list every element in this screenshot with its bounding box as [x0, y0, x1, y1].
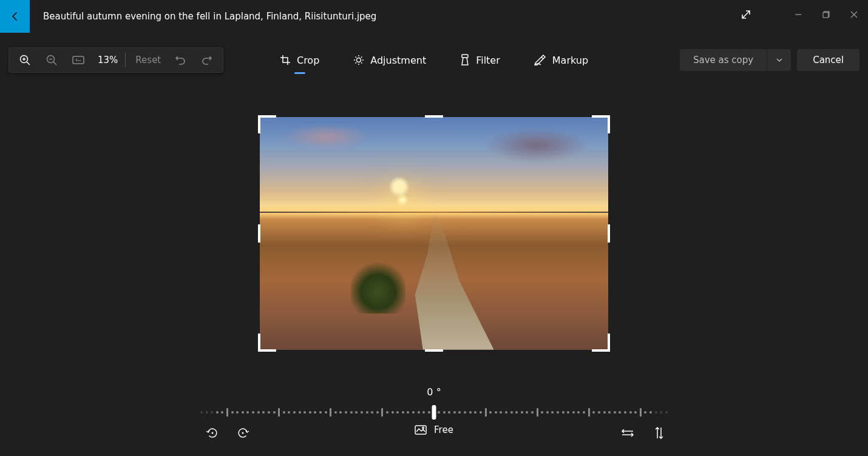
rotation-tick — [339, 411, 342, 414]
rotation-tick — [211, 411, 213, 414]
reset-button[interactable]: Reset — [127, 55, 167, 65]
redo-button[interactable] — [194, 48, 220, 72]
rotate-cw-button[interactable] — [234, 424, 251, 441]
rotation-tick — [614, 411, 616, 414]
rotation-tick — [592, 411, 595, 414]
crop-icon — [280, 55, 291, 65]
filter-icon — [460, 54, 470, 66]
rotation-tick — [495, 411, 497, 414]
aspect-label: Free — [434, 424, 453, 435]
rotation-tick — [443, 411, 446, 414]
save-as-copy-button[interactable]: Save as copy — [680, 49, 767, 71]
rotation-tick — [396, 411, 399, 414]
tab-adjustment[interactable]: Adjustment — [353, 47, 426, 73]
rotation-tick — [629, 411, 632, 414]
zoom-percent[interactable]: 13% — [92, 55, 124, 65]
rotation-tick — [438, 411, 440, 414]
rotation-tick — [577, 411, 580, 414]
rotation-tick — [283, 411, 285, 414]
rotation-tick — [422, 411, 425, 414]
rotation-slider[interactable] — [200, 405, 668, 420]
rotation-tick — [464, 411, 466, 414]
canvas-area — [0, 103, 868, 364]
rotation-tick — [510, 411, 513, 414]
zoom-in-button[interactable] — [12, 48, 38, 72]
rotation-tick — [412, 411, 415, 414]
rotation-tick — [485, 408, 487, 417]
minimize-button[interactable] — [784, 5, 812, 24]
rotation-tick — [278, 408, 280, 417]
rotation-tick — [350, 411, 353, 414]
rotation-tick — [236, 411, 239, 414]
window-controls — [732, 0, 868, 29]
flip-vertical-button[interactable] — [651, 424, 668, 441]
svg-point-8 — [242, 432, 244, 434]
rotation-thumb[interactable] — [432, 405, 436, 420]
rotation-tick — [309, 411, 311, 414]
rotation-tick — [500, 411, 502, 414]
close-button[interactable] — [840, 5, 868, 24]
rotation-tick — [386, 411, 388, 414]
back-button[interactable] — [0, 0, 30, 33]
rotation-tick — [268, 411, 270, 414]
zoom-fit-button[interactable] — [65, 48, 92, 72]
rotation-tick — [489, 411, 492, 414]
tab-crop[interactable]: Crop — [280, 47, 319, 73]
toolbar: 13% Reset Crop Adjustment Filter Markup — [0, 45, 868, 75]
rotation-tick — [515, 411, 518, 414]
image-preview[interactable] — [260, 117, 608, 350]
rotation-tick — [200, 411, 203, 414]
flip-horizontal-button[interactable] — [619, 424, 636, 441]
aspect-ratio-button[interactable]: Free — [415, 424, 453, 435]
rotation-tick — [448, 411, 450, 414]
rotation-angle-label: 0 ° — [427, 386, 441, 398]
rotation-tick — [252, 411, 254, 414]
rotation-tick — [644, 411, 646, 414]
rotation-tick — [531, 411, 534, 414]
save-dropdown-button[interactable] — [767, 49, 791, 71]
cancel-button[interactable]: Cancel — [797, 49, 860, 71]
zoom-out-button[interactable] — [38, 48, 65, 72]
fullscreen-button[interactable] — [732, 0, 760, 29]
file-name: Beautiful autumn evening on the fell in … — [43, 11, 376, 22]
rotation-tick — [634, 411, 637, 414]
rotation-tick — [526, 411, 528, 414]
rotation-tick — [541, 411, 543, 414]
rotation-tick — [418, 411, 420, 414]
rotation-tick — [257, 411, 260, 414]
rotation-tick — [608, 411, 611, 414]
rotation-tick — [583, 411, 585, 414]
maximize-button[interactable] — [812, 5, 840, 24]
rotation-tick — [226, 408, 228, 417]
save-split-button: Save as copy — [680, 49, 791, 71]
rotation-tick — [562, 411, 565, 414]
rotation-tick — [392, 411, 394, 414]
tab-markup-label: Markup — [552, 55, 588, 66]
flip-buttons — [619, 424, 668, 441]
rotation-tick — [216, 411, 219, 414]
rotation-tick — [407, 411, 409, 414]
rotation-tick — [567, 411, 569, 414]
rotation-tick — [381, 408, 383, 417]
rotation-tick — [293, 411, 296, 414]
tab-crop-label: Crop — [297, 55, 319, 66]
undo-button[interactable] — [167, 48, 194, 72]
tab-filter[interactable]: Filter — [460, 47, 500, 73]
edit-tabs: Crop Adjustment Filter Markup — [280, 47, 588, 73]
rotate-buttons — [204, 424, 251, 441]
tab-filter-label: Filter — [476, 55, 500, 66]
rotation-tick — [231, 411, 234, 414]
rotation-tick — [598, 411, 600, 414]
tab-markup[interactable]: Markup — [534, 47, 588, 73]
tab-adjustment-label: Adjustment — [370, 55, 426, 66]
brightness-icon — [353, 55, 364, 65]
crop-box[interactable] — [260, 117, 608, 350]
rotation-tick — [371, 411, 373, 414]
rotation-tick — [557, 411, 559, 414]
rotation-tick — [303, 411, 306, 414]
rotation-tick — [624, 411, 626, 414]
rotation-tick — [428, 411, 430, 414]
rotation-tick — [314, 411, 316, 414]
title-bar: Beautiful autumn evening on the fell in … — [0, 0, 868, 33]
rotate-ccw-button[interactable] — [204, 424, 221, 441]
